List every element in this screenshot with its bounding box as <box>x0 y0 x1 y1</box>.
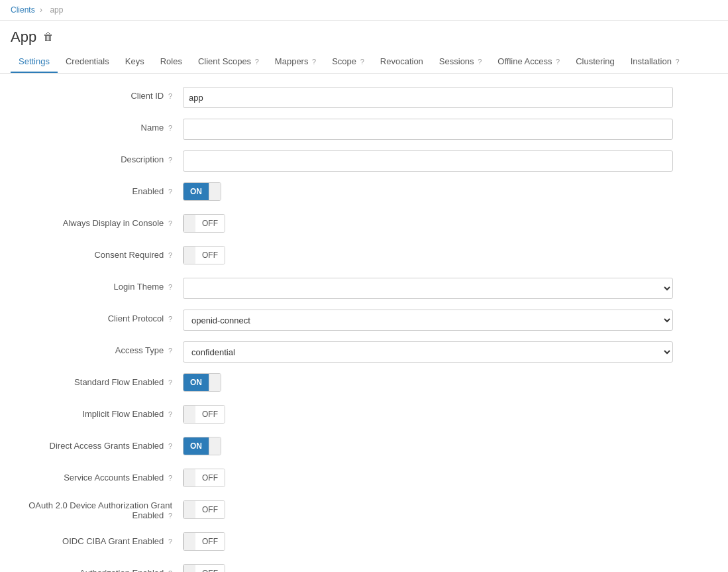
direct-access-help-icon[interactable]: ? <box>168 442 172 450</box>
service-accounts-row: Service Accounts Enabled ? OFF <box>11 469 717 490</box>
enabled-help-icon[interactable]: ? <box>168 188 172 196</box>
scope-help-icon: ? <box>360 58 364 66</box>
tab-credentials[interactable]: Credentials <box>58 51 117 73</box>
tab-clustering[interactable]: Clustering <box>568 51 623 73</box>
oidc-ciba-label: OIDC CIBA Grant Enabled ? <box>11 532 183 546</box>
page-header: App 🗑 <box>0 21 728 46</box>
standard-flow-help-icon[interactable]: ? <box>168 378 172 386</box>
direct-access-on-label: ON <box>183 437 209 455</box>
enabled-toggle[interactable]: ON <box>183 182 221 201</box>
oauth2-device-slider <box>183 501 195 518</box>
enabled-row: Enabled ? ON <box>11 182 717 203</box>
client-protocol-help-icon[interactable]: ? <box>168 315 172 323</box>
service-accounts-slider <box>183 469 195 486</box>
tab-roles[interactable]: Roles <box>152 51 190 73</box>
description-control <box>183 150 673 172</box>
standard-flow-row: Standard Flow Enabled ? ON <box>11 373 717 394</box>
direct-access-toggle[interactable]: ON <box>183 437 221 455</box>
mappers-help-icon: ? <box>312 58 316 66</box>
tab-offline-access[interactable]: Offline Access ? <box>490 51 568 73</box>
description-row: Description ? <box>11 150 717 172</box>
description-label: Description ? <box>11 150 183 164</box>
access-type-help-icon[interactable]: ? <box>168 347 172 355</box>
oidc-ciba-help-icon[interactable]: ? <box>168 538 172 545</box>
login-theme-label: Login Theme ? <box>11 278 183 292</box>
oauth2-device-help-icon[interactable]: ? <box>168 512 172 520</box>
consent-required-off-label: OFF <box>195 247 225 264</box>
client-protocol-row: Client Protocol ? openid-connect saml <box>11 310 717 331</box>
tabs-nav: Settings Credentials Keys Roles Client S… <box>0 51 728 74</box>
enabled-on-label: ON <box>183 183 209 200</box>
login-theme-help-icon[interactable]: ? <box>168 283 172 291</box>
top-bar: Clients › app <box>0 0 728 21</box>
client-id-input[interactable] <box>183 87 673 108</box>
tab-client-scopes[interactable]: Client Scopes ? <box>190 51 267 73</box>
oidc-ciba-toggle[interactable]: OFF <box>183 532 225 551</box>
client-id-label: Client ID ? <box>11 87 183 101</box>
client-protocol-control: openid-connect saml <box>183 310 673 331</box>
consent-required-label: Consent Required ? <box>11 246 183 260</box>
name-label: Name ? <box>11 119 183 133</box>
service-accounts-label: Service Accounts Enabled ? <box>11 469 183 483</box>
offline-access-help-icon: ? <box>556 58 560 66</box>
standard-flow-control: ON <box>183 373 673 392</box>
service-accounts-control: OFF <box>183 469 673 488</box>
client-id-row: Client ID ? <box>11 87 717 108</box>
tab-sessions[interactable]: Sessions ? <box>431 51 490 73</box>
enabled-label: Enabled ? <box>11 182 183 196</box>
client-id-help-icon[interactable]: ? <box>168 92 172 100</box>
authorization-enabled-slider <box>183 565 195 572</box>
client-id-control <box>183 87 673 108</box>
consent-required-toggle[interactable]: OFF <box>183 246 225 264</box>
oauth2-device-toggle[interactable]: OFF <box>183 500 225 519</box>
tab-settings[interactable]: Settings <box>11 51 58 73</box>
delete-client-button[interactable]: 🗑 <box>43 31 54 43</box>
authorization-enabled-label: Authorization Enabled ? <box>11 564 183 572</box>
page-title: App <box>11 29 36 46</box>
authorization-enabled-row: Authorization Enabled ? OFF <box>11 564 717 572</box>
authorization-enabled-toggle[interactable]: OFF <box>183 564 225 572</box>
always-display-help-icon[interactable]: ? <box>168 219 172 227</box>
service-accounts-help-icon[interactable]: ? <box>168 474 172 482</box>
implicit-flow-off-label: OFF <box>195 406 225 423</box>
access-type-label: Access Type ? <box>11 341 183 355</box>
access-type-select[interactable]: confidential public bearer-only <box>183 341 673 363</box>
direct-access-control: ON <box>183 437 673 455</box>
login-theme-select[interactable] <box>183 278 673 299</box>
breadcrumb-separator: › <box>40 5 42 15</box>
breadcrumb-clients-link[interactable]: Clients <box>11 5 35 15</box>
description-help-icon[interactable]: ? <box>168 156 172 164</box>
implicit-flow-toggle[interactable]: OFF <box>183 405 225 424</box>
authorization-enabled-help-icon[interactable]: ? <box>168 569 172 572</box>
consent-required-control: OFF <box>183 246 673 266</box>
client-protocol-select[interactable]: openid-connect saml <box>183 310 673 331</box>
oauth2-device-row: OAuth 2.0 Device Authorization Grant Ena… <box>11 500 717 522</box>
oauth2-device-label: OAuth 2.0 Device Authorization Grant Ena… <box>11 500 183 520</box>
direct-access-label: Direct Access Grants Enabled ? <box>11 437 183 451</box>
implicit-flow-help-icon[interactable]: ? <box>168 410 172 418</box>
settings-content: Client ID ? Name ? Description ? Enabled… <box>0 74 728 572</box>
name-control <box>183 119 673 140</box>
consent-required-row: Consent Required ? OFF <box>11 246 717 267</box>
always-display-toggle[interactable]: OFF <box>183 214 225 233</box>
tab-scope[interactable]: Scope ? <box>324 51 372 73</box>
tab-mappers[interactable]: Mappers ? <box>267 51 324 73</box>
name-input[interactable] <box>183 119 673 140</box>
oauth2-device-control: OFF <box>183 500 673 520</box>
consent-required-help-icon[interactable]: ? <box>168 251 172 259</box>
implicit-flow-label: Implicit Flow Enabled ? <box>11 405 183 419</box>
tab-revocation[interactable]: Revocation <box>372 51 431 73</box>
tab-installation[interactable]: Installation ? <box>623 51 688 73</box>
name-help-icon[interactable]: ? <box>168 124 172 132</box>
description-input[interactable] <box>183 150 673 172</box>
standard-flow-label: Standard Flow Enabled ? <box>11 373 183 387</box>
consent-required-slider <box>183 247 195 264</box>
always-display-control: OFF <box>183 214 673 234</box>
service-accounts-toggle[interactable]: OFF <box>183 469 225 487</box>
standard-flow-toggle[interactable]: ON <box>183 373 221 392</box>
access-type-control: confidential public bearer-only <box>183 341 673 363</box>
tab-keys[interactable]: Keys <box>117 51 152 73</box>
always-display-slider <box>183 215 195 232</box>
standard-flow-slider <box>209 374 221 391</box>
access-type-row: Access Type ? confidential public bearer… <box>11 341 717 363</box>
